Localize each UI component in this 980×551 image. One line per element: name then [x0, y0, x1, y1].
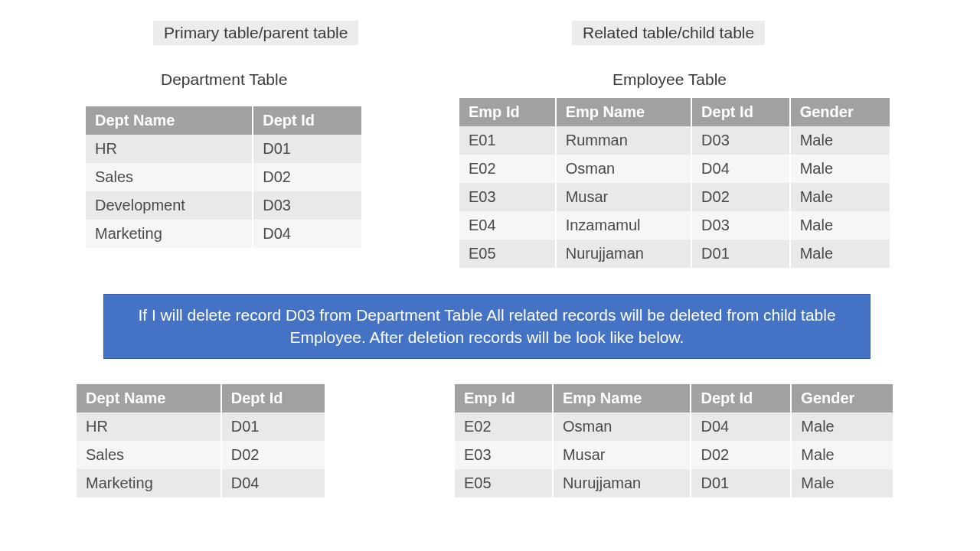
cell-name: Marketing	[77, 469, 221, 497]
col-emp-name: Emp Name	[553, 384, 691, 412]
table-row: MarketingD04	[86, 220, 361, 248]
cell-name: Musar	[553, 441, 691, 469]
primary-table-label: Primary table/parent table	[153, 21, 358, 45]
col-emp-id: Emp Id	[455, 384, 553, 412]
col-emp-name: Emp Name	[556, 98, 691, 126]
cell-id: D01	[221, 412, 325, 441]
cell-name: Osman	[556, 155, 691, 183]
table-row: E03MusarD02Male	[459, 183, 890, 211]
col-emp-gender: Gender	[790, 98, 890, 126]
cell-id: E01	[459, 126, 556, 155]
table-row: HRD01	[86, 135, 361, 163]
cell-gender: Male	[790, 240, 890, 268]
cell-name: Nurujjaman	[556, 240, 691, 268]
cell-gender: Male	[791, 441, 893, 469]
col-dept-name: Dept Name	[77, 384, 221, 412]
cell-name: Inzamamul	[556, 211, 691, 240]
col-emp-dept: Dept Id	[691, 98, 790, 126]
cell-id: D04	[253, 220, 361, 248]
cell-gender: Male	[790, 183, 890, 211]
cell-dept: D02	[691, 183, 790, 211]
col-emp-dept: Dept Id	[691, 384, 791, 412]
cell-dept: D03	[691, 126, 790, 155]
cell-dept: D04	[691, 412, 791, 441]
cell-name: HR	[77, 412, 221, 441]
cell-id: D01	[253, 135, 361, 163]
cell-id: D02	[253, 163, 361, 191]
related-table-label: Related table/child table	[572, 21, 765, 45]
cell-id: D03	[253, 191, 361, 220]
employee-table-before: Emp Id Emp Name Dept Id Gender E01Rumman…	[459, 98, 890, 268]
cell-name: Musar	[556, 183, 691, 211]
cell-dept: D01	[691, 469, 791, 497]
table-row: E02OsmanD04Male	[459, 155, 890, 183]
cell-name: HR	[86, 135, 253, 163]
cell-name: Marketing	[86, 220, 253, 248]
cell-id: D04	[221, 469, 325, 497]
col-dept-id: Dept Id	[253, 106, 361, 135]
employee-table-after: Emp Id Emp Name Dept Id Gender E02OsmanD…	[455, 384, 893, 497]
cell-name: Osman	[553, 412, 691, 441]
cell-gender: Male	[790, 211, 890, 240]
cell-id: E04	[459, 211, 556, 240]
cell-gender: Male	[791, 412, 893, 441]
table-row: SalesD02	[77, 441, 325, 469]
table-row: SalesD02	[86, 163, 361, 191]
table-row: E03MusarD02Male	[455, 441, 893, 469]
table-row: E05NurujjamanD01Male	[459, 240, 890, 268]
cell-dept: D04	[691, 155, 790, 183]
cell-id: E03	[455, 441, 553, 469]
cell-gender: Male	[790, 126, 890, 155]
table-row: E02OsmanD04Male	[455, 412, 893, 441]
table-row: E05NurujjamanD01Male	[455, 469, 893, 497]
cell-dept: D02	[691, 441, 791, 469]
department-table-before: Dept Name Dept Id HRD01SalesD02Developme…	[86, 106, 361, 248]
table-row: E01RummanD03Male	[459, 126, 890, 155]
cell-gender: Male	[791, 469, 893, 497]
employee-table-title: Employee Table	[612, 70, 727, 89]
cell-name: Rumman	[556, 126, 691, 155]
cell-id: E02	[459, 155, 556, 183]
cell-id: D02	[221, 441, 325, 469]
department-table-after: Dept Name Dept Id HRD01SalesD02Marketing…	[77, 384, 325, 497]
col-emp-gender: Gender	[791, 384, 893, 412]
department-table-title: Department Table	[161, 70, 287, 89]
cell-id: E02	[455, 412, 553, 441]
cell-id: E05	[455, 469, 553, 497]
cell-id: E05	[459, 240, 556, 268]
table-row: HRD01	[77, 412, 325, 441]
col-dept-id: Dept Id	[221, 384, 325, 412]
cell-name: Sales	[77, 441, 221, 469]
cell-name: Nurujjaman	[553, 469, 691, 497]
cell-name: Sales	[86, 163, 253, 191]
col-emp-id: Emp Id	[459, 98, 556, 126]
table-row: DevelopmentD03	[86, 191, 361, 220]
table-row: MarketingD04	[77, 469, 325, 497]
cell-dept: D01	[691, 240, 790, 268]
cell-id: E03	[459, 183, 556, 211]
table-row: E04InzamamulD03Male	[459, 211, 890, 240]
cell-name: Development	[86, 191, 253, 220]
cell-dept: D03	[691, 211, 790, 240]
cascade-delete-note: If I will delete record D03 from Departm…	[103, 294, 871, 359]
cell-gender: Male	[790, 155, 890, 183]
col-dept-name: Dept Name	[86, 106, 253, 135]
